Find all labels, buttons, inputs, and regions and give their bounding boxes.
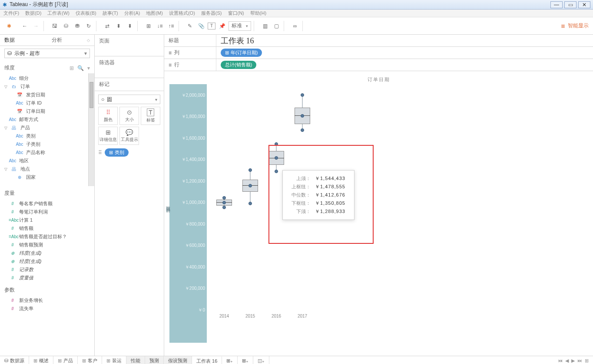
param-field[interactable]: #新业务增长 bbox=[0, 296, 94, 305]
tab-analysis[interactable]: 分析◇ bbox=[47, 35, 95, 46]
dimension-field[interactable]: 📅订单日期 bbox=[0, 107, 88, 115]
marks-size[interactable]: ⊙大小 bbox=[119, 107, 139, 125]
filters-shelf[interactable]: 筛选器 bbox=[95, 56, 164, 78]
back-icon[interactable]: ← bbox=[20, 21, 30, 31]
nav-last-icon[interactable]: ⏭ bbox=[577, 358, 582, 364]
logo-icon[interactable]: ✱ bbox=[4, 21, 14, 31]
show-me-button[interactable]: ≣ 智能显示 bbox=[561, 22, 589, 30]
dimension-field[interactable]: 📅发货日期 bbox=[0, 91, 88, 99]
sort1-icon[interactable]: ↓≡ bbox=[155, 21, 165, 31]
show-cards-icon[interactable]: ▥ bbox=[260, 21, 270, 31]
sheet-tab[interactable]: ⊞客户 bbox=[78, 356, 102, 364]
sheet-tab[interactable]: 预测 bbox=[145, 356, 164, 364]
nav-prev-icon[interactable]: ◀ bbox=[565, 358, 569, 364]
save-icon[interactable]: 🖫 bbox=[50, 21, 60, 31]
menu-worksheet[interactable]: 工作表(W) bbox=[47, 10, 70, 16]
nav-next-icon[interactable]: ▶ bbox=[571, 358, 575, 364]
marks-color[interactable]: ⠿颜色 bbox=[98, 107, 118, 125]
new-sheet-icon[interactable]: ⛃ bbox=[73, 21, 82, 31]
sort-desc-icon[interactable]: ⬍ bbox=[125, 21, 135, 31]
menu-window[interactable]: 窗口(N) bbox=[228, 10, 244, 16]
mark-pill-category[interactable]: ⊞ 类别 bbox=[105, 148, 129, 157]
menu-story[interactable]: 故事(T) bbox=[103, 10, 118, 16]
maximize-button[interactable]: ▭ bbox=[564, 1, 576, 8]
fit-select[interactable]: 标准 bbox=[229, 21, 251, 31]
story-icon: ◫₊ bbox=[258, 358, 265, 364]
attach-icon[interactable]: 📎 bbox=[196, 21, 206, 31]
search-icon[interactable]: 🔍 bbox=[77, 65, 84, 71]
sort2-icon[interactable]: ↑≡ bbox=[166, 21, 176, 31]
dimension-field[interactable]: Abc订单 ID bbox=[0, 99, 88, 107]
dimension-field[interactable]: ▽品地点 bbox=[0, 165, 88, 173]
new-dashboard-button[interactable]: ⊞₊ bbox=[238, 356, 253, 364]
dimension-field[interactable]: Abc邮寄方式 bbox=[0, 115, 88, 124]
param-field[interactable]: #流失率 bbox=[0, 305, 94, 313]
menu-help[interactable]: 帮助(H) bbox=[250, 10, 266, 16]
measure-field[interactable]: #每笔订单利润 bbox=[0, 208, 94, 216]
dimension-field[interactable]: Abc类别 bbox=[0, 132, 88, 140]
marks-label[interactable]: T标签 bbox=[141, 107, 160, 125]
dimensions-list: Abc细分▽🗀订单📅发货日期Abc订单 ID📅订单日期Abc邮寄方式▽品产品Ab… bbox=[0, 73, 88, 186]
tab-active-sheet[interactable]: 工作表 16 bbox=[192, 356, 222, 364]
mark-type-select[interactable]: ○圆 bbox=[98, 95, 160, 104]
pin-icon[interactable]: 📌 bbox=[217, 21, 227, 31]
measure-field[interactable]: =Abc计算 1 bbox=[0, 216, 94, 224]
menu-format[interactable]: 设置格式(O) bbox=[169, 10, 195, 16]
swap-icon[interactable]: ⇄ bbox=[103, 21, 112, 31]
new-data-icon[interactable]: ⛁ bbox=[61, 21, 71, 31]
marks-tooltip[interactable]: 💬工具提示 bbox=[119, 127, 139, 145]
measure-field[interactable]: #记录数 bbox=[0, 266, 94, 274]
columns-pill[interactable]: ⊞年(订单日期) bbox=[221, 49, 262, 57]
share-icon[interactable]: ∞ bbox=[290, 21, 300, 31]
marks-detail[interactable]: ⊞详细信息 bbox=[98, 127, 118, 145]
measure-field[interactable]: #销售额 bbox=[0, 224, 94, 233]
close-button[interactable]: ✕ bbox=[578, 1, 590, 8]
dimension-field[interactable]: Abc细分 bbox=[0, 74, 88, 82]
menu-dashboard[interactable]: 仪表板(B) bbox=[76, 10, 96, 16]
pages-shelf[interactable]: 页面 bbox=[95, 35, 164, 56]
refresh-icon[interactable]: ↻ bbox=[84, 21, 93, 31]
dimension-field[interactable]: ⊕国家 bbox=[0, 173, 88, 181]
measure-field[interactable]: ⊕经度(生成) bbox=[0, 257, 94, 266]
menu-server[interactable]: 服务器(S) bbox=[201, 10, 222, 16]
menu-analysis[interactable]: 分析(A) bbox=[124, 10, 140, 16]
label-icon[interactable]: T bbox=[208, 23, 215, 30]
nav-first-icon[interactable]: ⏮ bbox=[558, 358, 563, 364]
measure-field[interactable]: #度量值 bbox=[0, 274, 94, 282]
new-worksheet-button[interactable]: ⊞₊ bbox=[222, 356, 238, 364]
sheet-tab[interactable]: 性能 bbox=[126, 356, 145, 364]
presentation-icon[interactable]: ▢ bbox=[272, 21, 281, 31]
dimension-field[interactable]: ▽品产品 bbox=[0, 124, 88, 132]
scrollbar[interactable] bbox=[88, 73, 94, 186]
sheet-tab[interactable]: ⊞产品 bbox=[53, 356, 78, 364]
tab-datasource[interactable]: ⛁数据源 bbox=[0, 356, 29, 364]
menu-icon[interactable]: ▾ bbox=[87, 65, 90, 71]
forward-icon[interactable]: → bbox=[31, 21, 41, 31]
measure-field[interactable]: #销售额预测 bbox=[0, 241, 94, 249]
datasource-select[interactable]: ⛁ 示例 - 超市 bbox=[4, 49, 90, 58]
menu-map[interactable]: 地图(M) bbox=[146, 10, 163, 16]
dimension-field[interactable]: Abc产品名称 bbox=[0, 148, 88, 157]
sheet-tab[interactable]: ⊞概述 bbox=[29, 356, 53, 364]
dimension-field[interactable]: ▽🗀订单 bbox=[0, 82, 88, 91]
sort-asc-icon[interactable]: ⬍ bbox=[114, 21, 123, 31]
measure-field[interactable]: #每名客户销售额 bbox=[0, 200, 94, 208]
menu-file[interactable]: 文件(F) bbox=[3, 10, 19, 16]
filmstrip-icon[interactable]: ⊞ bbox=[585, 358, 589, 364]
view-icon[interactable]: ⊞ bbox=[70, 65, 74, 71]
measure-field[interactable]: ⊕纬度(生成) bbox=[0, 249, 94, 257]
sheet-title[interactable]: 工作表 16 bbox=[216, 36, 258, 46]
new-story-button[interactable]: ◫₊ bbox=[253, 356, 269, 364]
group-icon[interactable]: ⊞ bbox=[144, 21, 153, 31]
menu-data[interactable]: 数据(D) bbox=[25, 10, 41, 16]
x-tick: 2017 bbox=[298, 314, 307, 318]
measure-field[interactable]: =Abc销售额是否超过目标？ bbox=[0, 233, 94, 241]
sheet-tab[interactable]: ⊞装运 bbox=[102, 356, 126, 364]
highlight-icon[interactable]: ✎ bbox=[185, 21, 195, 31]
dimension-field[interactable]: Abc子类别 bbox=[0, 140, 88, 148]
tab-data[interactable]: 数据 bbox=[0, 35, 47, 46]
rows-pill[interactable]: 总计(销售额) bbox=[221, 61, 256, 69]
sheet-tab[interactable]: 假设预测 bbox=[164, 356, 192, 364]
dimension-field[interactable]: Abc地区 bbox=[0, 157, 88, 165]
minimize-button[interactable]: — bbox=[550, 1, 563, 8]
